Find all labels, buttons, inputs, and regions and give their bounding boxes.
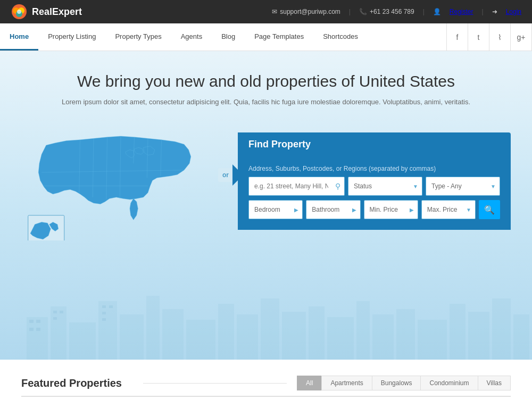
googleplus-icon[interactable]: g+	[511, 23, 532, 51]
hero-section: We bring you new and old properties of U…	[0, 51, 532, 360]
svg-rect-46	[109, 305, 113, 308]
type-select[interactable]: Type - Any Apartment House Villa	[426, 177, 500, 196]
svg-rect-27	[282, 312, 306, 360]
status-select-wrap: Status For Sale For Rent ▼	[348, 177, 422, 196]
svg-rect-35	[468, 312, 489, 360]
usa-map	[21, 127, 202, 240]
twitter-icon[interactable]: t	[468, 23, 489, 51]
max-price-select-wrap: Max. Price $300,000 $600,000 $1,000,000 …	[421, 200, 476, 219]
bedroom-select[interactable]: Bedroom 1 2 3 4+	[248, 200, 303, 219]
find-property-body: Address, Suburbs, Postcodes, or Regions …	[238, 156, 511, 230]
filter-all[interactable]: All	[297, 376, 322, 390]
max-price-select[interactable]: Max. Price $300,000 $600,000 $1,000,000	[421, 200, 476, 219]
featured-header: Featured Properties All Apartments Bunga…	[21, 376, 511, 397]
address-label: Address, Suburbs, Postcodes, or Regions …	[248, 165, 500, 172]
filter-bungalows[interactable]: Bungalows	[372, 376, 421, 390]
email-icon: ✉	[272, 8, 277, 15]
address-input[interactable]	[248, 177, 345, 196]
nav-page-templates[interactable]: Page Templates	[245, 23, 313, 51]
svg-rect-43	[60, 311, 63, 313]
hero-content: or Find Property Address, Suburbs, Postc…	[21, 122, 511, 242]
svg-rect-33	[418, 320, 447, 360]
nav-social: f t ⌇ g+	[446, 23, 532, 51]
location-icon: ⚲	[335, 182, 340, 190]
featured-title: Featured Properties	[21, 377, 122, 389]
svg-rect-44	[53, 317, 57, 320]
svg-rect-29	[327, 317, 354, 360]
featured-filters: All Apartments Bungalows Condominium Vil…	[297, 376, 511, 390]
phone-icon: 📞	[359, 8, 367, 15]
arrow-icon	[232, 164, 243, 186]
svg-rect-18	[69, 322, 96, 360]
svg-rect-28	[309, 306, 325, 360]
svg-rect-26	[261, 298, 279, 360]
featured-divider	[143, 383, 287, 384]
hero-subtitle: Lorem ipsum dolor sit amet, consectetur …	[21, 98, 511, 106]
svg-rect-31	[372, 314, 394, 360]
skyline-decoration	[0, 285, 532, 360]
min-price-select[interactable]: Min. Price $100,000 $200,000 $500,000	[364, 200, 418, 219]
featured-section: Featured Properties All Apartments Bunga…	[0, 360, 532, 399]
logo-text: RealExpert	[32, 6, 82, 18]
find-property-panel: Find Property Address, Suburbs, Postcode…	[238, 132, 511, 230]
bedroom-select-wrap: Bedroom 1 2 3 4+ ▶	[248, 200, 303, 219]
rss-icon[interactable]: ⌇	[489, 23, 511, 51]
svg-rect-19	[98, 301, 117, 360]
bathroom-select[interactable]: Bathroom 1 2 3+	[306, 200, 360, 219]
nav-agents[interactable]: Agents	[171, 23, 212, 51]
status-select[interactable]: Status For Sale For Rent	[348, 177, 422, 196]
svg-rect-45	[102, 305, 106, 308]
register-link[interactable]: Register	[450, 8, 473, 15]
svg-rect-30	[356, 301, 370, 360]
login-icon: ➜	[492, 8, 497, 15]
svg-rect-32	[396, 309, 415, 360]
filter-apartments[interactable]: Apartments	[321, 376, 372, 390]
find-property-title: Find Property	[238, 132, 321, 156]
logo[interactable]: RealExpert	[11, 3, 272, 20]
svg-rect-21	[146, 296, 160, 360]
svg-rect-39	[36, 320, 40, 323]
min-price-select-wrap: Min. Price $100,000 $200,000 $500,000 ▶	[364, 200, 418, 219]
login-link[interactable]: Login	[506, 8, 521, 15]
nav-blog[interactable]: Blog	[212, 23, 245, 51]
svg-rect-23	[186, 320, 215, 360]
email-contact: ✉ support@puriwp.com	[272, 8, 340, 15]
usa-map-container	[21, 127, 223, 242]
nav-property-listing[interactable]: Property Listing	[38, 23, 105, 51]
svg-rect-22	[162, 309, 184, 360]
svg-rect-40	[29, 328, 34, 331]
nav-home[interactable]: Home	[0, 23, 38, 51]
navbar: Home Property Listing Property Types Age…	[0, 23, 532, 51]
search-icon: 🔍	[484, 205, 495, 215]
svg-rect-36	[492, 298, 511, 360]
filter-condominium[interactable]: Condominium	[420, 376, 478, 390]
svg-rect-37	[513, 314, 529, 360]
svg-rect-48	[102, 318, 106, 321]
or-connector: or	[218, 164, 243, 186]
type-select-wrap: Type - Any Apartment House Villa ▼	[426, 177, 500, 196]
svg-rect-17	[51, 306, 66, 360]
address-input-wrap: ⚲	[248, 177, 345, 196]
svg-rect-41	[36, 328, 40, 331]
filter-villas[interactable]: Villas	[478, 376, 511, 390]
nav-property-types[interactable]: Property Types	[105, 23, 171, 51]
search-row-1: ⚲ Status For Sale For Rent ▼ Type - Any	[248, 177, 500, 196]
svg-rect-16	[27, 317, 48, 360]
svg-rect-25	[237, 314, 258, 360]
facebook-icon[interactable]: f	[447, 23, 468, 51]
svg-rect-42	[53, 311, 57, 313]
user-icon: 👤	[433, 8, 441, 15]
or-label: or	[218, 168, 233, 182]
topbar: RealExpert ✉ support@puriwp.com | 📞 +61 …	[0, 0, 532, 23]
svg-rect-24	[218, 304, 234, 360]
phone-contact: 📞 +61 23 456 789	[359, 8, 414, 15]
search-button[interactable]: 🔍	[479, 200, 500, 219]
topbar-contact: ✉ support@puriwp.com | 📞 +61 23 456 789 …	[272, 8, 521, 15]
hero-title: We bring you new and old properties of U…	[21, 72, 511, 90]
svg-rect-20	[120, 314, 144, 360]
search-row-2: Bedroom 1 2 3 4+ ▶ Bathroom 1 2	[248, 200, 500, 219]
logo-icon	[11, 3, 28, 20]
svg-rect-34	[450, 304, 466, 360]
nav-shortcodes[interactable]: Shortcodes	[313, 23, 368, 51]
bathroom-select-wrap: Bathroom 1 2 3+ ▶	[306, 200, 360, 219]
